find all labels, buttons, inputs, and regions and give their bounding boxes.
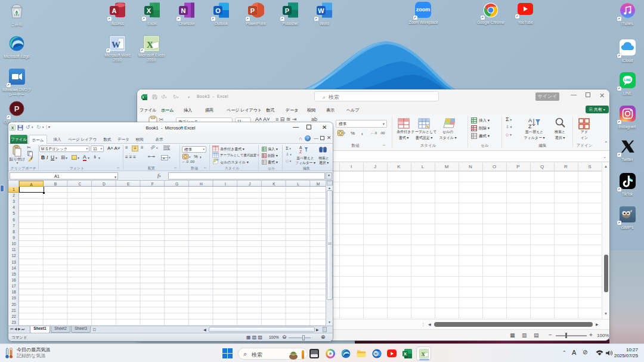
svg-text:W: W [318,7,324,14]
svg-text:X: X [147,40,153,49]
svg-text:N: N [181,7,186,14]
svg-text:X: X [421,351,425,357]
svg-text:P: P [250,7,255,14]
svg-text:X: X [147,7,151,14]
svg-text:LINE: LINE [624,78,631,82]
svg-text:P: P [14,104,20,113]
svg-text:Z: Z [299,150,302,154]
svg-text:P: P [285,7,289,14]
svg-text:A: A [528,117,532,123]
svg-text:X: X [404,351,407,357]
svg-text:W: W [112,40,120,49]
svg-text:A: A [112,7,117,14]
svg-text:Z: Z [528,123,532,129]
svg-text:O: O [215,7,221,14]
svg-text:A: A [299,146,302,150]
